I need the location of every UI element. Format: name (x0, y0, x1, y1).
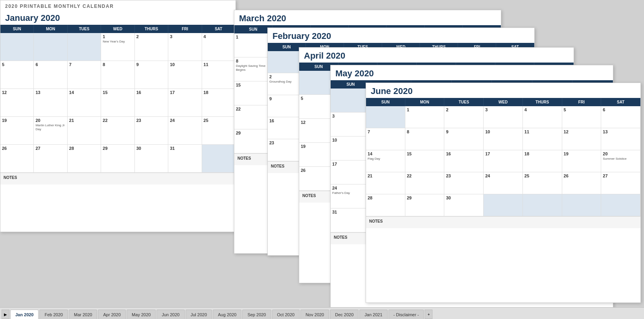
tab-scroll-right[interactable]: + (425, 310, 432, 319)
list-item: 6 (34, 61, 67, 89)
list-item: 3 (331, 112, 371, 136)
list-item: 20 Summer Solstice (601, 150, 640, 172)
jan-day-tue: TUES (68, 25, 101, 33)
list-item: 27 (601, 172, 640, 194)
may-title: May 2020 (331, 65, 613, 80)
list-item: 24 Father's Day (331, 184, 371, 208)
tab-jan-2021[interactable]: Jan 2021 (359, 310, 387, 319)
list-item: 3 (168, 33, 202, 61)
list-item: 24 (168, 117, 202, 144)
list-item: 1 (234, 33, 272, 57)
list-item (484, 194, 523, 216)
jan-day-sun: SUN (0, 25, 34, 33)
list-item: 19 (0, 117, 34, 144)
january-body: 1 New Year's Day 2 3 4 5 6 7 8 9 10 11 (0, 33, 236, 173)
list-item: 22 (101, 117, 134, 144)
list-item: 8 Daylight Saving Time Begins (234, 57, 272, 81)
january-calendar: 2020 PRINTABLE MONTHLY CALENDAR January … (0, 0, 236, 232)
list-item: 7 (366, 128, 405, 150)
list-item: 14 (68, 89, 101, 116)
list-item: 4 (523, 106, 562, 128)
tab-jan-2020[interactable]: Jan 2020 (10, 310, 39, 319)
list-item: 10 (484, 128, 523, 150)
list-item: 11 (523, 128, 562, 150)
tab-scroll-left[interactable]: ▶ (2, 310, 9, 319)
tab-jun-2020[interactable]: Jun 2020 (156, 310, 184, 319)
list-item (601, 194, 640, 216)
list-item: 30 (135, 145, 168, 172)
table-row: 21 22 23 24 25 26 27 (366, 172, 640, 194)
tab-sep-2020[interactable]: Sep 2020 (242, 310, 271, 319)
list-item: 22 (405, 172, 445, 194)
february-title: February 2020 (268, 28, 534, 43)
table-row: 28 29 30 (366, 194, 640, 216)
january-notes: NOTES (0, 173, 236, 184)
list-item (0, 33, 34, 61)
list-item: 15 (101, 89, 134, 116)
list-item (366, 106, 405, 128)
tab-may-2020[interactable]: May 2020 (127, 310, 156, 319)
list-item: 5 (0, 61, 34, 89)
june-body: 1 2 3 4 5 6 7 8 9 10 11 12 13 (366, 106, 640, 216)
tab-jul-2020[interactable]: Jul 2020 (186, 310, 212, 319)
table-row: 1 2 3 4 5 6 (366, 106, 640, 128)
page-super-title: 2020 PRINTABLE MONTHLY CALENDAR (0, 0, 236, 10)
list-item: 8 (101, 61, 134, 89)
table-row: 19 20 Martin Luther King Jr Day 21 22 23… (0, 117, 236, 145)
list-item: 16 (135, 89, 168, 116)
list-item: 13 (34, 89, 67, 116)
list-item: 21 (366, 172, 405, 194)
january-title: January 2020 (0, 10, 236, 25)
list-item: 21 (68, 117, 101, 144)
list-item: 28 (68, 145, 101, 172)
list-item: 28 (366, 194, 405, 216)
list-item: 19 (562, 150, 602, 172)
list-item: 4 (202, 33, 236, 61)
list-item: 5 (562, 106, 602, 128)
list-item: 24 (484, 172, 523, 194)
list-item (202, 145, 236, 172)
list-item: 7 (68, 61, 101, 89)
jan-day-wed: WED (101, 25, 134, 33)
app-container: 2020 PRINTABLE MONTHLY CALENDAR January … (0, 0, 644, 319)
list-item: 18 (202, 89, 236, 116)
list-item (523, 194, 562, 216)
table-row: 5 6 7 8 9 10 11 (0, 61, 236, 89)
list-item: 23 (444, 172, 484, 194)
list-item: 11 (202, 61, 236, 89)
list-item: 12 (0, 89, 34, 116)
june-header: SUN MON TUES WED THURS FRI SAT (366, 98, 640, 106)
list-item: 20 Martin Luther King Jr Day (34, 117, 67, 144)
tab-feb-2020[interactable]: Feb 2020 (39, 310, 68, 319)
list-item: 26 (562, 172, 602, 194)
tab-apr-2020[interactable]: Apr 2020 (98, 310, 126, 319)
list-item: 27 (34, 145, 67, 172)
jan-day-sat: SAT (202, 25, 236, 33)
tab-disclaimer[interactable]: - Disclaimer - (388, 310, 424, 319)
tab-dec-2020[interactable]: Dec 2020 (330, 310, 359, 319)
list-item: 29 (101, 145, 134, 172)
list-item: 16 (444, 150, 484, 172)
list-item: 26 (0, 145, 34, 172)
jan-day-mon: MON (34, 25, 67, 33)
list-item: 14 Flag Day (366, 150, 405, 172)
list-item: 22 (234, 105, 272, 129)
list-item: 15 (405, 150, 445, 172)
tab-mar-2020[interactable]: Mar 2020 (69, 310, 97, 319)
main-content: 2020 PRINTABLE MONTHLY CALENDAR January … (0, 0, 644, 307)
list-item: 31 (168, 145, 202, 172)
tab-oct-2020[interactable]: Oct 2020 (272, 310, 300, 319)
list-item: 30 (444, 194, 484, 216)
table-row: 1 New Year's Day 2 3 4 (0, 33, 236, 61)
tab-bar: ▶ Jan 2020 Feb 2020 Mar 2020 Apr 2020 Ma… (0, 307, 644, 319)
list-item: 1 New Year's Day (101, 33, 134, 61)
list-item: 25 (523, 172, 562, 194)
tab-aug-2020[interactable]: Aug 2020 (213, 310, 241, 319)
jan-day-thu: THURS (135, 25, 168, 33)
april-title: April 2020 (299, 48, 574, 63)
list-item (34, 33, 67, 61)
list-item: 23 (135, 117, 168, 144)
list-item (331, 89, 371, 112)
tab-nov-2020[interactable]: Nov 2020 (300, 310, 329, 319)
list-item: 29 (405, 194, 445, 216)
